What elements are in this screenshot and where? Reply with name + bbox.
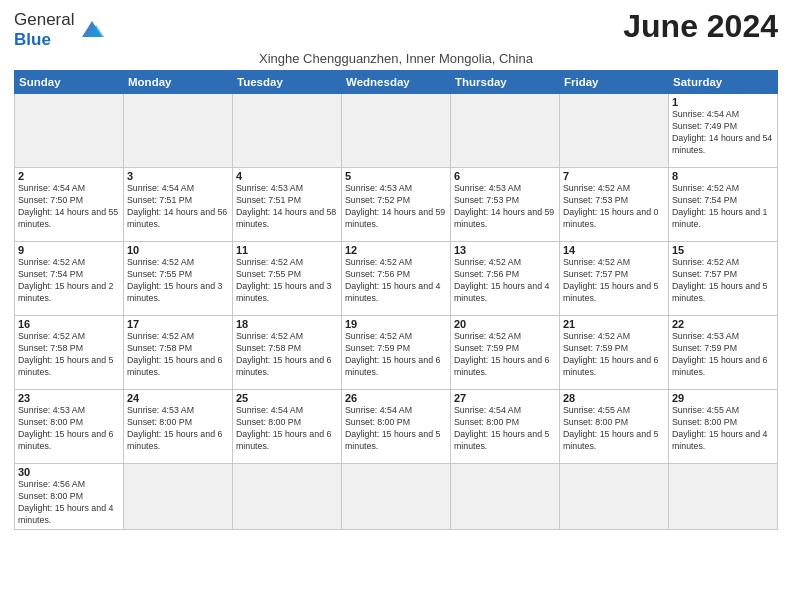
day-info: Sunrise: 4:52 AMSunset: 7:56 PMDaylight:… [345, 257, 447, 305]
table-row: 8Sunrise: 4:52 AMSunset: 7:54 PMDaylight… [669, 168, 778, 242]
day-number: 14 [563, 244, 665, 256]
table-row: 19Sunrise: 4:52 AMSunset: 7:59 PMDayligh… [342, 316, 451, 390]
day-info: Sunrise: 4:54 AMSunset: 8:00 PMDaylight:… [236, 405, 338, 453]
table-row: 20Sunrise: 4:52 AMSunset: 7:59 PMDayligh… [451, 316, 560, 390]
table-row [124, 94, 233, 168]
table-row: 21Sunrise: 4:52 AMSunset: 7:59 PMDayligh… [560, 316, 669, 390]
header-monday: Monday [124, 71, 233, 94]
page: General Blue June 2024 Xinghe Chengguanz… [0, 0, 792, 538]
day-info: Sunrise: 4:53 AMSunset: 7:53 PMDaylight:… [454, 183, 556, 231]
table-row [233, 94, 342, 168]
day-number: 11 [236, 244, 338, 256]
table-row [342, 94, 451, 168]
day-number: 7 [563, 170, 665, 182]
table-row [560, 94, 669, 168]
day-info: Sunrise: 4:52 AMSunset: 7:58 PMDaylight:… [18, 331, 120, 379]
table-row: 1Sunrise: 4:54 AMSunset: 7:49 PMDaylight… [669, 94, 778, 168]
header-saturday: Saturday [669, 71, 778, 94]
day-number: 27 [454, 392, 556, 404]
day-info: Sunrise: 4:54 AMSunset: 7:49 PMDaylight:… [672, 109, 774, 157]
table-row: 7Sunrise: 4:52 AMSunset: 7:53 PMDaylight… [560, 168, 669, 242]
day-info: Sunrise: 4:54 AMSunset: 8:00 PMDaylight:… [345, 405, 447, 453]
day-number: 1 [672, 96, 774, 108]
day-number: 12 [345, 244, 447, 256]
table-row [124, 464, 233, 530]
table-row: 15Sunrise: 4:52 AMSunset: 7:57 PMDayligh… [669, 242, 778, 316]
day-info: Sunrise: 4:52 AMSunset: 7:53 PMDaylight:… [563, 183, 665, 231]
table-row: 29Sunrise: 4:55 AMSunset: 8:00 PMDayligh… [669, 390, 778, 464]
day-number: 24 [127, 392, 229, 404]
day-info: Sunrise: 4:53 AMSunset: 7:59 PMDaylight:… [672, 331, 774, 379]
table-row: 23Sunrise: 4:53 AMSunset: 8:00 PMDayligh… [15, 390, 124, 464]
table-row [451, 94, 560, 168]
table-row: 3Sunrise: 4:54 AMSunset: 7:51 PMDaylight… [124, 168, 233, 242]
table-row: 30Sunrise: 4:56 AMSunset: 8:00 PMDayligh… [15, 464, 124, 530]
day-number: 26 [345, 392, 447, 404]
day-info: Sunrise: 4:52 AMSunset: 7:54 PMDaylight:… [18, 257, 120, 305]
table-row [233, 464, 342, 530]
day-info: Sunrise: 4:54 AMSunset: 7:51 PMDaylight:… [127, 183, 229, 231]
day-info: Sunrise: 4:53 AMSunset: 8:00 PMDaylight:… [18, 405, 120, 453]
table-row: 25Sunrise: 4:54 AMSunset: 8:00 PMDayligh… [233, 390, 342, 464]
table-row: 5Sunrise: 4:53 AMSunset: 7:52 PMDaylight… [342, 168, 451, 242]
table-row: 14Sunrise: 4:52 AMSunset: 7:57 PMDayligh… [560, 242, 669, 316]
table-row: 24Sunrise: 4:53 AMSunset: 8:00 PMDayligh… [124, 390, 233, 464]
day-number: 21 [563, 318, 665, 330]
day-number: 18 [236, 318, 338, 330]
day-info: Sunrise: 4:52 AMSunset: 7:58 PMDaylight:… [236, 331, 338, 379]
table-row: 18Sunrise: 4:52 AMSunset: 7:58 PMDayligh… [233, 316, 342, 390]
day-number: 25 [236, 392, 338, 404]
table-row: 2Sunrise: 4:54 AMSunset: 7:50 PMDaylight… [15, 168, 124, 242]
day-info: Sunrise: 4:52 AMSunset: 7:57 PMDaylight:… [563, 257, 665, 305]
day-number: 20 [454, 318, 556, 330]
day-number: 2 [18, 170, 120, 182]
month-title: June 2024 [623, 10, 778, 42]
day-number: 4 [236, 170, 338, 182]
day-number: 13 [454, 244, 556, 256]
day-info: Sunrise: 4:55 AMSunset: 8:00 PMDaylight:… [563, 405, 665, 453]
day-number: 16 [18, 318, 120, 330]
day-number: 10 [127, 244, 229, 256]
day-info: Sunrise: 4:55 AMSunset: 8:00 PMDaylight:… [672, 405, 774, 453]
day-number: 22 [672, 318, 774, 330]
day-info: Sunrise: 4:52 AMSunset: 7:59 PMDaylight:… [454, 331, 556, 379]
table-row [669, 464, 778, 530]
day-number: 29 [672, 392, 774, 404]
day-info: Sunrise: 4:52 AMSunset: 7:55 PMDaylight:… [127, 257, 229, 305]
table-row: 17Sunrise: 4:52 AMSunset: 7:58 PMDayligh… [124, 316, 233, 390]
table-row: 12Sunrise: 4:52 AMSunset: 7:56 PMDayligh… [342, 242, 451, 316]
calendar-header-row: Sunday Monday Tuesday Wednesday Thursday… [15, 71, 778, 94]
day-number: 17 [127, 318, 229, 330]
day-number: 9 [18, 244, 120, 256]
day-info: Sunrise: 4:54 AMSunset: 7:50 PMDaylight:… [18, 183, 120, 231]
day-number: 5 [345, 170, 447, 182]
table-row: 13Sunrise: 4:52 AMSunset: 7:56 PMDayligh… [451, 242, 560, 316]
day-info: Sunrise: 4:52 AMSunset: 7:57 PMDaylight:… [672, 257, 774, 305]
table-row [15, 94, 124, 168]
table-row: 4Sunrise: 4:53 AMSunset: 7:51 PMDaylight… [233, 168, 342, 242]
table-row [560, 464, 669, 530]
day-number: 28 [563, 392, 665, 404]
day-number: 15 [672, 244, 774, 256]
day-info: Sunrise: 4:56 AMSunset: 8:00 PMDaylight:… [18, 479, 120, 527]
day-info: Sunrise: 4:53 AMSunset: 8:00 PMDaylight:… [127, 405, 229, 453]
day-number: 6 [454, 170, 556, 182]
subtitle: Xinghe Chengguanzhen, Inner Mongolia, Ch… [14, 51, 778, 66]
header-sunday: Sunday [15, 71, 124, 94]
day-info: Sunrise: 4:52 AMSunset: 7:55 PMDaylight:… [236, 257, 338, 305]
day-info: Sunrise: 4:53 AMSunset: 7:51 PMDaylight:… [236, 183, 338, 231]
header-friday: Friday [560, 71, 669, 94]
day-number: 19 [345, 318, 447, 330]
header: General Blue June 2024 [14, 10, 778, 49]
header-thursday: Thursday [451, 71, 560, 94]
table-row: 11Sunrise: 4:52 AMSunset: 7:55 PMDayligh… [233, 242, 342, 316]
table-row: 28Sunrise: 4:55 AMSunset: 8:00 PMDayligh… [560, 390, 669, 464]
table-row [342, 464, 451, 530]
day-info: Sunrise: 4:52 AMSunset: 7:56 PMDaylight:… [454, 257, 556, 305]
day-number: 3 [127, 170, 229, 182]
header-tuesday: Tuesday [233, 71, 342, 94]
logo-icon [78, 19, 106, 41]
day-number: 8 [672, 170, 774, 182]
table-row: 22Sunrise: 4:53 AMSunset: 7:59 PMDayligh… [669, 316, 778, 390]
table-row [451, 464, 560, 530]
